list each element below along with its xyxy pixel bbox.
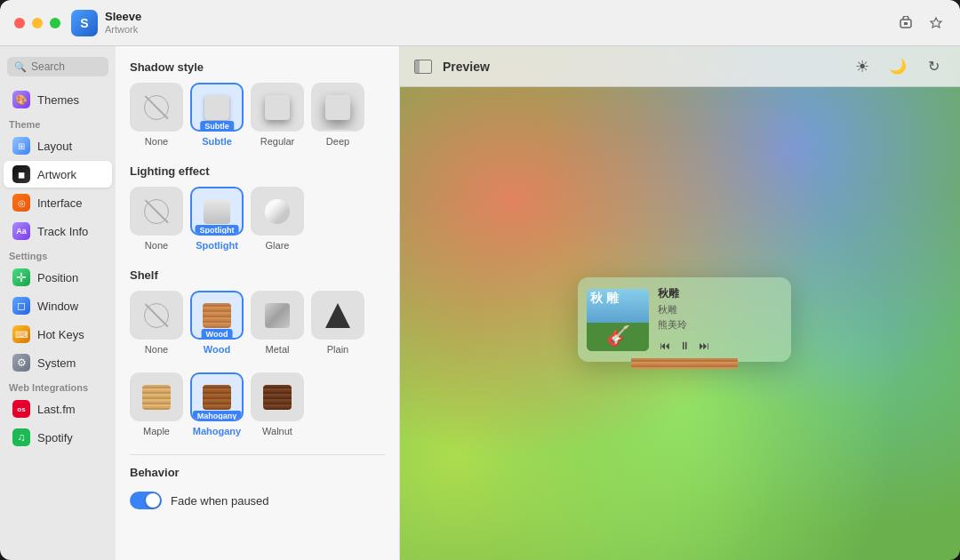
sidebar-item-spotify[interactable]: ♫ Spotify: [4, 424, 112, 451]
shadow-subtle-box-container[interactable]: Subtle: [190, 83, 244, 132]
lighting-spotlight-box[interactable]: Spotlight: [190, 187, 244, 236]
shadow-subtle-preview: [204, 95, 229, 120]
shelf-maple-box[interactable]: [130, 372, 183, 421]
fade-when-paused-label: Fade when paused: [171, 494, 269, 508]
shelf-mahogany-box[interactable]: Mahogany: [190, 372, 244, 421]
moon-icon[interactable]: 🌙: [885, 54, 910, 79]
music-widget: 秋雕 🎸 秋雕 秋雕 熊美玲 ⏮ ⏸ ⏭: [578, 277, 791, 362]
shelf-plain-label: Plain: [327, 344, 348, 355]
shelf-wood-box[interactable]: Wood: [190, 291, 244, 340]
sidebar-item-position[interactable]: ✛ Position: [4, 264, 112, 291]
preview-actions: ☀ 🌙 ↻: [850, 54, 946, 79]
close-button[interactable]: [14, 18, 25, 28]
sidebar-item-interface[interactable]: ◎ Interface: [4, 189, 112, 216]
shelf-walnut-box[interactable]: [251, 372, 304, 421]
app-subtitle: Artwork: [105, 24, 141, 36]
toggle-knob: [146, 493, 160, 508]
wood-preview: [203, 303, 231, 328]
app-icon: S: [71, 10, 98, 36]
prev-button[interactable]: ⏮: [658, 339, 672, 353]
themes-icon: 🎨: [12, 91, 30, 108]
lighting-none-option[interactable]: None: [130, 187, 183, 251]
preview-panel: Preview ☀ 🌙 ↻ 秋雕 🎸: [400, 46, 960, 560]
next-button[interactable]: ⏭: [697, 339, 711, 353]
settings-panel: Shadow style None Subtle Subtle: [116, 46, 400, 560]
lighting-none-label: None: [145, 240, 168, 251]
shadow-regular-box-container[interactable]: [251, 83, 304, 132]
shelf-metal-box[interactable]: [251, 291, 304, 340]
shadow-deep-box-container[interactable]: [311, 83, 364, 132]
lighting-none-icon: [144, 199, 169, 224]
shadow-none-icon: [144, 95, 169, 120]
lighting-glare-box[interactable]: [251, 187, 304, 236]
trackinfo-label: Track Info: [37, 225, 88, 238]
lastfm-label: Last.fm: [37, 403, 76, 416]
shelf-none-box[interactable]: [130, 291, 183, 340]
shelf-plain-box[interactable]: [311, 291, 364, 340]
shadow-deep-option[interactable]: Deep: [311, 83, 364, 147]
pin-button[interactable]: [926, 13, 946, 33]
svg-rect-1: [904, 22, 908, 25]
position-icon: ✛: [12, 268, 30, 286]
shelf-wood-option[interactable]: Wood Wood: [190, 291, 244, 355]
shelf-none-icon: [144, 303, 169, 328]
shelf-metal-label: Metal: [266, 344, 290, 355]
sidebar-item-themes[interactable]: 🎨 Themes: [4, 86, 112, 113]
guitar-figure: 🎸: [606, 324, 630, 348]
web-integrations-label: Web Integrations: [0, 377, 116, 395]
shelf-plain-option[interactable]: Plain: [311, 291, 364, 355]
glare-preview: [265, 199, 290, 224]
sidebar-item-window[interactable]: ◻ Window: [4, 292, 112, 319]
refresh-icon[interactable]: ↻: [921, 54, 946, 79]
lighting-none-box[interactable]: [130, 187, 183, 236]
preview-title: Preview: [443, 60, 490, 74]
behavior-title: Behavior: [130, 466, 385, 479]
fade-when-paused-toggle[interactable]: [130, 492, 162, 509]
wood-selected-badge: Wood: [202, 329, 233, 340]
preview-sidebar-icon: [414, 60, 432, 74]
sidebar-item-layout[interactable]: ⊞ Layout: [4, 132, 112, 159]
shelf-title: Shelf: [130, 268, 385, 282]
shadow-style-grid: None Subtle Subtle Regular: [130, 83, 385, 147]
search-input[interactable]: [31, 60, 101, 73]
behavior-divider: [130, 454, 385, 455]
artwork-icon: ◼: [12, 165, 30, 183]
album-chars: 秋雕: [590, 292, 622, 305]
minimize-button[interactable]: [32, 18, 43, 28]
sidebar-item-system[interactable]: ⚙ System: [4, 349, 112, 376]
playback-controls: ⏮ ⏸ ⏭: [658, 339, 782, 353]
window-label: Window: [37, 300, 78, 313]
walnut-preview: [263, 385, 292, 410]
search-icon: 🔍: [14, 61, 27, 73]
lighting-spotlight-option[interactable]: Spotlight Spotlight: [190, 187, 244, 251]
share-button[interactable]: [896, 13, 916, 33]
sidebar-item-artwork[interactable]: ◼ Artwork: [4, 161, 112, 188]
trackinfo-icon: Aa: [12, 222, 30, 240]
shadow-none-option[interactable]: None: [130, 83, 183, 147]
maximize-button[interactable]: [50, 18, 60, 28]
titlebar-actions: [896, 13, 946, 33]
shelf-maple-option[interactable]: Maple: [130, 372, 183, 436]
shelf-none-option[interactable]: None: [130, 291, 183, 355]
search-box[interactable]: 🔍: [7, 57, 108, 76]
lighting-effect-title: Lighting effect: [130, 164, 385, 178]
plain-preview: [325, 303, 350, 328]
shelf-wood-label: Wood: [204, 344, 230, 355]
shelf-metal-option[interactable]: Metal: [251, 291, 304, 355]
brightness-icon[interactable]: ☀: [850, 54, 875, 79]
sidebar-item-trackinfo[interactable]: Aa Track Info: [4, 218, 112, 244]
shadow-regular-option[interactable]: Regular: [251, 83, 304, 147]
sidebar-item-hotkeys[interactable]: ⌨ Hot Keys: [4, 321, 112, 348]
theme-section-label: Theme: [0, 114, 116, 132]
sidebar-item-lastfm[interactable]: os Last.fm: [4, 396, 112, 422]
shelf-maple-label: Maple: [143, 426, 170, 436]
shelf-walnut-option[interactable]: Walnut: [251, 372, 304, 436]
app-identity: S Sleeve Artwork: [71, 10, 896, 36]
shadow-none-box[interactable]: [130, 83, 183, 132]
shadow-subtle-option[interactable]: Subtle Subtle: [190, 83, 244, 147]
play-pause-button[interactable]: ⏸: [677, 339, 692, 353]
lighting-glare-option[interactable]: Glare: [251, 187, 304, 251]
shelf-mahogany-option[interactable]: Mahogany Mahogany: [190, 372, 244, 436]
sidebar: 🔍 🎨 Themes Theme ⊞ Layout ◼ Artwork ◎ In…: [0, 46, 116, 560]
shadow-regular-label: Regular: [260, 136, 295, 147]
